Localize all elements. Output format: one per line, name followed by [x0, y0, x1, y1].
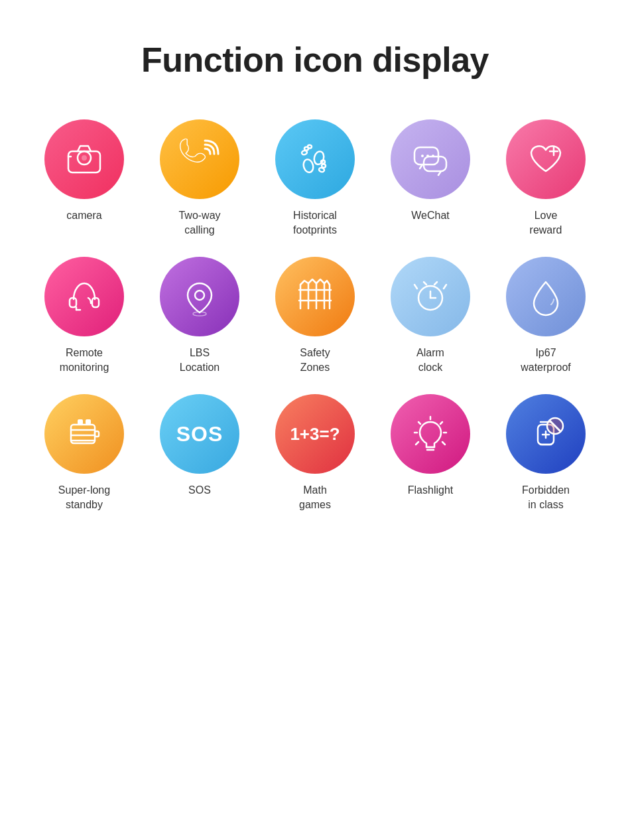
svg-rect-42 [78, 419, 83, 425]
item-two-way-calling: Two-way calling [145, 119, 254, 237]
icon-circle-forbidden-in-class [506, 394, 586, 474]
item-camera: camera [30, 119, 139, 237]
svg-point-15 [426, 155, 429, 157]
svg-line-52 [442, 442, 445, 445]
label-forbidden-in-class: Forbidden in class [522, 483, 570, 512]
item-lbs-location: LBS Location [145, 257, 254, 374]
svg-line-36 [434, 282, 437, 285]
item-alarm-clock: Alarm clock [376, 257, 485, 374]
item-forbidden-in-class: Forbidden in class [491, 394, 600, 512]
svg-point-8 [308, 145, 312, 149]
svg-rect-43 [86, 419, 91, 425]
item-flashlight: Flashlight [376, 394, 485, 512]
svg-line-47 [418, 422, 420, 424]
item-math-games: 1+3=?Math games [261, 394, 369, 512]
svg-point-10 [322, 164, 326, 168]
svg-point-4 [302, 159, 315, 174]
item-love-reward: Love reward [491, 119, 600, 237]
label-flashlight: Flashlight [408, 483, 453, 498]
label-ip67-waterproof: Ip67 waterproof [521, 346, 571, 374]
svg-line-48 [440, 422, 442, 424]
label-alarm-clock: Alarm clock [416, 346, 444, 374]
icon-circle-flashlight [391, 394, 470, 474]
item-historical-footprints: Historical footprints [261, 119, 369, 237]
label-math-games: Math games [299, 483, 331, 512]
icon-circle-alarm-clock [391, 257, 470, 336]
item-super-long-standby: Super-long standby [30, 394, 139, 512]
page-title: Function icon display [141, 40, 489, 80]
icon-circle-safety-zones [275, 257, 355, 336]
svg-point-2 [82, 155, 87, 161]
item-sos: SOSSOS [145, 394, 254, 512]
svg-point-16 [432, 155, 434, 157]
label-lbs-location: LBS Location [180, 346, 220, 374]
svg-point-23 [195, 291, 204, 300]
icon-circle-historical-footprints [275, 119, 355, 199]
icon-circle-love-reward [506, 119, 586, 199]
item-safety-zones: Safety Zones [261, 257, 369, 374]
icon-circle-ip67-waterproof [506, 257, 586, 336]
icon-circle-super-long-standby [44, 394, 124, 474]
label-wechat: WeChat [411, 208, 450, 223]
item-wechat: WeChat [376, 119, 485, 237]
label-sos: SOS [188, 483, 211, 498]
label-safety-zones: Safety Zones [300, 346, 330, 374]
icon-circle-lbs-location [160, 257, 239, 336]
label-historical-footprints: Historical footprints [293, 208, 337, 237]
icon-circle-remote-monitoring [44, 257, 124, 336]
math-text-label: 1+3=? [290, 424, 340, 445]
icon-circle-wechat [391, 119, 470, 199]
label-remote-monitoring: Remote monitoring [60, 346, 109, 374]
label-camera: camera [66, 208, 101, 223]
icon-circle-two-way-calling [160, 119, 239, 199]
icon-circle-camera [44, 119, 124, 199]
label-love-reward: Love reward [530, 208, 562, 237]
label-super-long-standby: Super-long standby [58, 483, 110, 512]
icon-circle-sos: SOS [160, 394, 239, 474]
svg-rect-1 [68, 151, 100, 173]
label-two-way-calling: Two-way calling [178, 208, 220, 237]
svg-line-35 [424, 282, 426, 285]
icon-circle-math-games: 1+3=? [275, 394, 355, 474]
svg-line-51 [416, 442, 418, 445]
icon-grid: camera Two-way calling Historical footpr… [30, 119, 600, 512]
sos-text-label: SOS [176, 422, 223, 447]
item-remote-monitoring: Remote monitoring [30, 257, 139, 374]
item-ip67-waterproof: Ip67 waterproof [491, 257, 600, 374]
svg-point-14 [421, 155, 424, 157]
